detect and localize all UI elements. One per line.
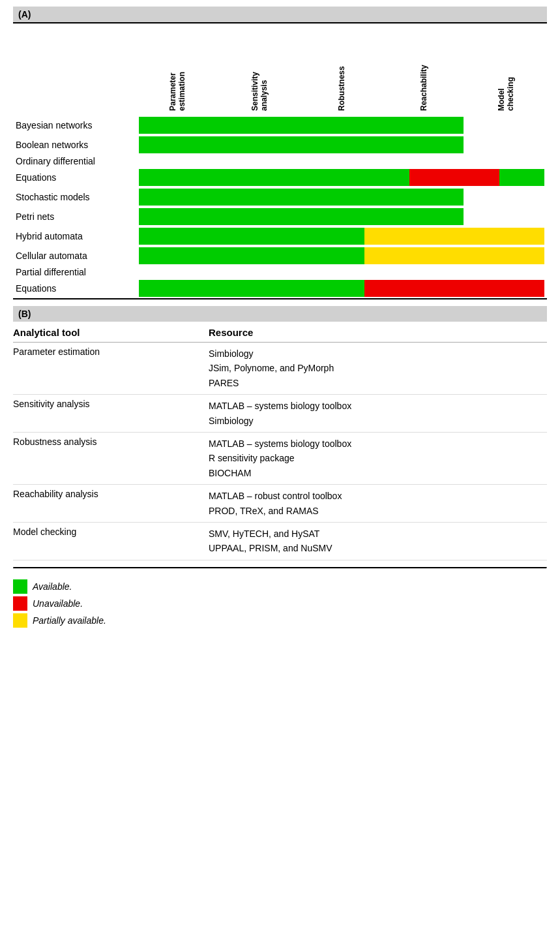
- bar-segment-green: [139, 136, 464, 153]
- resource-item: BIOCHAM: [209, 466, 351, 480]
- legend-color-box: [13, 579, 27, 594]
- tool-name: Parameter estimation: [13, 346, 209, 357]
- col-header-robustness: Robustness: [301, 23, 383, 115]
- legend-item: Unavailable.: [13, 596, 547, 611]
- tool-resources: MATLAB – systems biology toolboxSimbiolo…: [209, 399, 351, 428]
- row-label: Bayesian networks: [13, 115, 136, 135]
- legend-separator: [13, 567, 547, 569]
- resource-item: JSim, Polynome, and PyMorph: [209, 361, 334, 375]
- col1-header: Analytical tool: [13, 327, 209, 338]
- resource-item: Simbiology: [209, 414, 351, 428]
- col-header-sensitivity: Sensitivityanalysis: [218, 23, 301, 115]
- bar-segment-red: [364, 280, 544, 297]
- bar-segment-green: [139, 228, 364, 245]
- tool-resources: SMV, HyTECH, and HySATUPPAAL, PRISM, and…: [209, 527, 332, 556]
- row-label: Hybrid automata: [13, 226, 136, 246]
- tools-row: Reachability analysisMATLAB – robust con…: [13, 485, 547, 523]
- tool-name: Reachability analysis: [13, 489, 209, 499]
- tools-row: Sensitivity analysisMATLAB – systems bio…: [13, 395, 547, 433]
- legend-text: Available.: [33, 581, 72, 592]
- bar-segment-green: [139, 247, 364, 264]
- legend-color-box: [13, 613, 27, 628]
- bar-cell: [136, 135, 547, 155]
- tools-rows: Parameter estimationSimbiologyJSim, Poly…: [13, 343, 547, 560]
- tools-header: Analytical tool Resource: [13, 322, 547, 343]
- bar-segment-empty: [464, 117, 544, 134]
- chart-table: Parameterestimation Sensitivityanalysis …: [13, 23, 547, 298]
- legend-text: Unavailable.: [33, 598, 83, 609]
- bar-spacer: [136, 266, 547, 279]
- bar-segment-red: [409, 169, 499, 186]
- row-label: Boolean networks: [13, 135, 136, 155]
- bar-cell: [136, 207, 547, 226]
- bar-segment-green: [139, 208, 464, 225]
- bar-segment-green: [139, 117, 464, 134]
- chart-row-2: Equations: [13, 168, 547, 187]
- resource-item: PROD, TReX, and RAMAS: [209, 504, 342, 518]
- bar-segment-yellow: [364, 247, 544, 264]
- tool-resources: MATLAB – systems biology toolboxR sensit…: [209, 437, 351, 480]
- row-label: Stochastic models: [13, 187, 136, 207]
- row-label: Cellular automata: [13, 246, 136, 266]
- tools-row: Robustness analysisMATLAB – systems biol…: [13, 433, 547, 485]
- section-b-header: (B): [13, 306, 547, 322]
- bar-cell: [136, 246, 547, 266]
- chart-row: Boolean networks: [13, 135, 547, 155]
- col-header-model: Modelchecking: [465, 23, 547, 115]
- tool-name: Robustness analysis: [13, 437, 209, 447]
- tools-row: Parameter estimationSimbiologyJSim, Poly…: [13, 343, 547, 395]
- col2-header: Resource: [209, 327, 253, 338]
- resource-item: R sensitivity package: [209, 451, 351, 465]
- legend-text: Partially available.: [33, 615, 106, 626]
- resource-item: MATLAB – systems biology toolbox: [209, 399, 351, 413]
- row-label: Petri nets: [13, 207, 136, 226]
- bar-cell: [136, 226, 547, 246]
- legend-item: Partially available.: [13, 613, 547, 628]
- bar-spacer: [136, 155, 547, 168]
- bar-cell: [136, 115, 547, 135]
- chart-row: Petri nets: [13, 207, 547, 226]
- resource-item: SMV, HyTECH, and HySAT: [209, 527, 332, 541]
- tools-section: Analytical tool Resource Parameter estim…: [13, 322, 547, 569]
- chart-row: Bayesian networks: [13, 115, 547, 135]
- bar-segment-green: [139, 189, 464, 206]
- row-label-2: Equations: [13, 168, 136, 187]
- chart-row-2: Equations: [13, 279, 547, 298]
- bar-segment-empty: [464, 136, 544, 153]
- bar-segment-green: [139, 280, 364, 297]
- empty-header: [13, 23, 136, 115]
- bar-segment-empty: [464, 208, 544, 225]
- row-label-2: Equations: [13, 279, 136, 298]
- resource-item: Simbiology: [209, 346, 334, 361]
- legend-color-box: [13, 596, 27, 611]
- tool-name: Sensitivity analysis: [13, 399, 209, 409]
- bar-cell: [136, 168, 547, 187]
- chart-row: Ordinary differential: [13, 155, 547, 168]
- legend-item: Available.: [13, 579, 547, 594]
- resource-item: PARES: [209, 376, 334, 390]
- resource-item: MATLAB – systems biology toolbox: [209, 437, 351, 451]
- bar-segment-green: [139, 169, 409, 186]
- resource-item: UPPAAL, PRISM, and NuSMV: [209, 541, 332, 555]
- bar-cell: [136, 187, 547, 207]
- row-label: Partial differential: [13, 266, 136, 279]
- tool-resources: SimbiologyJSim, Polynome, and PyMorphPAR…: [209, 346, 334, 390]
- bar-segment-empty: [464, 189, 544, 206]
- chart-section: Parameterestimation Sensitivityanalysis …: [13, 22, 547, 299]
- col-header-param: Parameterestimation: [136, 23, 218, 115]
- resource-item: MATLAB – robust control toolbox: [209, 489, 342, 503]
- chart-row: Cellular automata: [13, 246, 547, 266]
- bar-cell: [136, 279, 547, 298]
- chart-row: Hybrid automata: [13, 226, 547, 246]
- col-header-reachability: Reachability: [383, 23, 465, 115]
- chart-row: Partial differential: [13, 266, 547, 279]
- bar-segment-yellow: [364, 228, 544, 245]
- chart-row: Stochastic models: [13, 187, 547, 207]
- tool-resources: MATLAB – robust control toolboxPROD, TRe…: [209, 489, 342, 518]
- row-label: Ordinary differential: [13, 155, 136, 168]
- bar-segment-green: [499, 169, 544, 186]
- section-a-header: (A): [13, 7, 547, 22]
- tools-row: Model checkingSMV, HyTECH, and HySATUPPA…: [13, 523, 547, 560]
- legend: Available.Unavailable.Partially availabl…: [13, 579, 547, 628]
- tool-name: Model checking: [13, 527, 209, 537]
